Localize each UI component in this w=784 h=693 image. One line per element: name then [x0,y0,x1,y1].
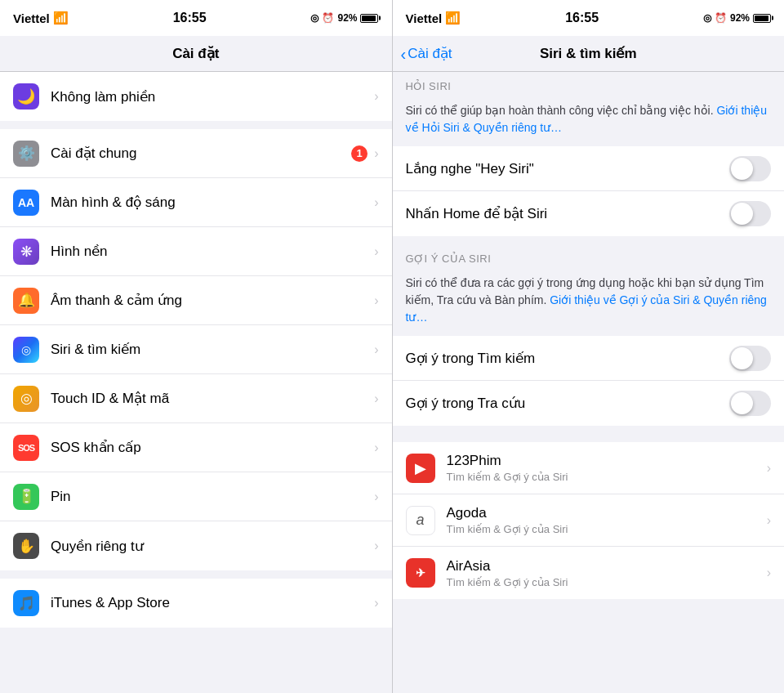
privacy-label: Quyền riêng tư [51,538,374,555]
left-status-bar: Viettel 📶 16:55 ◎ ⏰ 92% [0,0,392,36]
itunes-item[interactable]: 🎵 iTunes & App Store › [0,579,392,628]
chevron-icon: › [374,195,378,210]
123phim-info: 123Phim Tìm kiếm & Gợi ý của Siri [447,453,767,483]
siri-item[interactable]: ◎ Siri & tìm kiếm › [0,325,392,374]
display-icon: AA [13,190,39,216]
back-chevron-icon: ‹ [401,46,407,62]
privacy-item[interactable]: ✋ Quyền riêng tư › [0,521,392,570]
sounds-icon: 🔔 [13,288,39,314]
airasia-row[interactable]: ✈ AirAsia Tìm kiếm & Gợi ý của Siri › [393,547,785,599]
hey-siri-label: Lắng nghe "Hey Siri" [406,160,534,177]
airasia-icon-glyph: ✈ [416,566,425,579]
left-settings-list: 🌙 Không làm phiền › ⚙️ Cài đặt chung 1 ›… [0,72,392,693]
home-siri-row[interactable]: Nhấn Home để bật Siri [393,191,785,236]
airasia-icon: ✈ [406,558,435,588]
do-not-disturb-section: 🌙 Không làm phiền › [0,72,392,121]
siri-icon: ◎ [13,337,39,363]
hey-siri-toggle[interactable] [729,156,771,181]
general-badge: 1 [351,145,368,162]
right-carrier: Viettel 📶 [406,11,461,25]
battery-icon: 🔋 [13,484,39,510]
right-carrier-text: Viettel [406,11,443,25]
app-list-section: ▶ 123Phim Tìm kiếm & Gợi ý của Siri › a … [393,442,785,599]
wallpaper-icon: ❋ [13,239,39,265]
home-siri-toggle[interactable] [729,201,771,226]
goi-y-description: Siri có thể đưa ra các gợi ý trong ứng d… [393,268,785,336]
chevron-icon: › [374,244,378,259]
suggest-search-row[interactable]: Gợi ý trong Tìm kiếm [393,336,785,381]
alarm-icon: ⏰ [322,12,334,24]
chevron-icon: › [374,391,378,406]
sos-icon: SOS [13,435,39,461]
battery-item[interactable]: 🔋 Pin › [0,472,392,521]
airasia-subtitle: Tìm kiếm & Gợi ý của Siri [447,576,767,588]
right-battery-area: ◎ ⏰ 92% [703,12,771,24]
chevron-icon: › [374,89,378,104]
suggestion-toggles: Gợi ý trong Tìm kiếm Gợi ý trong Tra cứu [393,336,785,426]
right-nav-bar: ‹ Cài đặt Siri & tìm kiếm [393,36,785,72]
general-label: Cài đặt chung [51,145,351,162]
chevron-icon: › [374,539,378,553]
agoda-subtitle: Tìm kiếm & Gợi ý của Siri [447,523,767,535]
home-siri-toggle-knob [731,203,753,225]
right-battery-pct: 92% [730,12,750,24]
left-battery-icon [360,14,378,23]
do-not-disturb-item[interactable]: 🌙 Không làm phiền › [0,72,392,121]
battery-label: Pin [51,489,374,505]
nav-back-button[interactable]: ‹ Cài đặt [401,45,452,62]
left-battery-pct: 92% [337,12,357,24]
left-carrier: Viettel 📶 [13,11,69,25]
do-not-disturb-label: Không làm phiền [51,88,374,105]
right-battery-icon [753,14,771,23]
siri-label: Siri & tìm kiếm [51,341,374,358]
display-item[interactable]: AA Màn hình & độ sáng › [0,178,392,227]
hoi-siri-desc-text: Siri có thể giúp bạn hoàn thành công việ… [406,104,714,117]
hoi-siri-description: Siri có thể giúp bạn hoàn thành công việ… [393,96,785,146]
left-time: 16:55 [173,11,207,25]
touch-id-icon: ◎ [13,386,39,412]
general-item[interactable]: ⚙️ Cài đặt chung 1 › [0,129,392,178]
chevron-icon: › [374,146,378,161]
right-nav-title: Siri & tìm kiếm [540,45,637,62]
agoda-name: Agoda [447,505,767,521]
privacy-icon: ✋ [13,533,39,559]
right-screen: Viettel 📶 16:55 ◎ ⏰ 92% ‹ Cài đặt Siri &… [393,0,785,693]
carrier-text: Viettel [13,11,50,25]
right-wifi-icon: 📶 [445,11,461,25]
display-label: Màn hình & độ sáng [51,194,374,211]
agoda-row[interactable]: a Agoda Tìm kiếm & Gợi ý của Siri › [393,494,785,547]
airasia-info: AirAsia Tìm kiếm & Gợi ý của Siri [447,558,767,588]
airasia-name: AirAsia [447,558,767,575]
left-screen: Viettel 📶 16:55 ◎ ⏰ 92% Cài đặt [0,0,393,693]
123phim-name: 123Phim [447,453,767,469]
general-icon: ⚙️ [13,141,39,167]
left-nav-bar: Cài đặt [0,36,392,72]
suggest-lookup-row[interactable]: Gợi ý trong Tra cứu [393,381,785,426]
wallpaper-item[interactable]: ❋ Hình nền › [0,227,392,276]
main-settings-section: ⚙️ Cài đặt chung 1 › AA Màn hình & độ sá… [0,129,392,570]
suggest-search-label: Gợi ý trong Tìm kiếm [406,350,536,367]
chevron-icon: › [767,513,771,528]
chevron-icon: › [767,566,771,580]
123phim-row[interactable]: ▶ 123Phim Tìm kiếm & Gợi ý của Siri › [393,442,785,494]
sounds-item[interactable]: 🔔 Âm thanh & cảm ứng › [0,276,392,325]
123phim-icon: ▶ [406,454,435,483]
suggest-search-toggle[interactable] [729,346,771,371]
location-icon: ◎ [310,12,318,24]
touch-id-label: Touch ID & Mật mã [51,390,374,407]
left-battery-area: ◎ ⏰ 92% [310,12,378,24]
123phim-subtitle: Tìm kiếm & Gợi ý của Siri [447,471,767,483]
suggest-lookup-knob [731,392,753,414]
right-panel: HỎI SIRI Siri có thể giúp bạn hoàn thành… [393,72,785,693]
suggest-lookup-toggle[interactable] [729,391,771,416]
app-list-separator [393,434,785,442]
hey-siri-row[interactable]: Lắng nghe "Hey Siri" [393,146,785,191]
sounds-label: Âm thanh & cảm ứng [51,292,374,309]
sos-item[interactable]: SOS SOS khẩn cấp › [0,423,392,472]
itunes-label: iTunes & App Store [51,595,374,611]
touch-id-item[interactable]: ◎ Touch ID & Mật mã › [0,374,392,423]
itunes-icon: 🎵 [13,590,39,616]
wifi-icon: 📶 [53,11,69,25]
123phim-icon-glyph: ▶ [415,459,426,477]
chevron-icon: › [374,293,378,308]
